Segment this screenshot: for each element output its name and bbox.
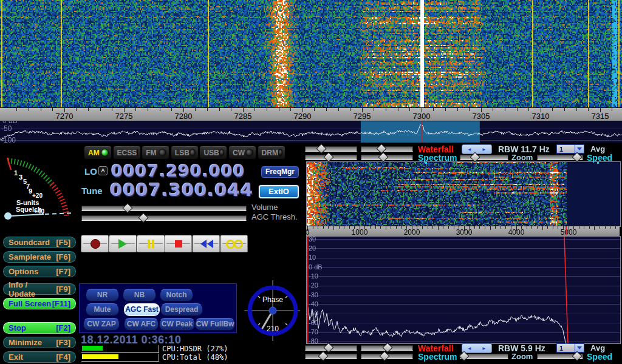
freqmgr-button[interactable]: FreqMgr	[261, 166, 299, 178]
rbw-step-buttons[interactable]: ◄►	[462, 144, 492, 154]
cpu-bar-fill	[82, 354, 118, 359]
rf-tick	[41, 108, 41, 111]
avg-select[interactable]: 1	[556, 144, 584, 153]
audio-db-label: -70	[309, 328, 318, 336]
dsp-button-despread[interactable]: Despread	[160, 303, 203, 316]
side-button-exit[interactable]: Exit[F4]	[2, 351, 77, 363]
controls_top-speed-slider[interactable]	[537, 153, 583, 160]
side-button-minimize[interactable]: Minimize[F3]	[2, 336, 77, 349]
controls_top-contrast-slider-1[interactable]	[305, 153, 357, 160]
controls_top-contrast-slider-2[interactable]	[361, 153, 413, 160]
rf-tick	[29, 108, 29, 111]
dsp-button-mute[interactable]: Mute	[86, 303, 119, 316]
stop-button[interactable]	[165, 235, 192, 252]
dsp-button-cw-zap[interactable]: CW ZAP	[83, 318, 120, 331]
rf-waterfall-display[interactable]	[0, 0, 622, 107]
dsp-button-nr[interactable]: NR	[86, 289, 119, 302]
mode-button-label: ECSS	[117, 149, 137, 157]
slider-thumb[interactable]	[378, 152, 389, 163]
rewind-button[interactable]	[193, 235, 220, 252]
rbw-step-buttons[interactable]: ◄►	[462, 343, 492, 353]
audio-spectrum-frame: 3020100 dB-10-20-30-40-50-60-70-80	[306, 236, 621, 344]
controls_top-zoom-slider[interactable]	[460, 153, 508, 160]
pause-button[interactable]	[137, 235, 165, 252]
audio-db-label: -30	[309, 291, 318, 299]
side-button-samplerate[interactable]: Samplerate[F6]	[2, 251, 77, 263]
rf-frequency-scale[interactable]: 7270727572807285729072957300730573107315	[0, 107, 622, 121]
side-button-full-screen[interactable]: Full Screen[F11]	[2, 297, 77, 310]
avg-select[interactable]: 1	[556, 343, 584, 352]
audio-scale-tick	[380, 226, 381, 229]
dsp-button-cw-afc[interactable]: CW AFC	[124, 318, 159, 331]
audio-scale-tick	[328, 226, 329, 229]
lo-mode-badge[interactable]: A	[98, 166, 108, 175]
slider-thumb[interactable]	[572, 152, 583, 163]
mode-button-fm[interactable]: FM	[142, 146, 169, 160]
slider-thumb[interactable]	[470, 152, 480, 163]
mode-button-drm[interactable]: DRM	[258, 146, 285, 160]
dsp-button-nb[interactable]: NB	[123, 289, 156, 302]
volume-slider[interactable]	[81, 204, 247, 211]
audio-spectrum-display[interactable]	[307, 237, 620, 343]
arrow-left-icon[interactable]: ◄	[467, 147, 472, 152]
controls_bottom-speed-slider[interactable]	[537, 352, 583, 359]
slider-track	[361, 146, 413, 152]
controls_top-pan-slider-2[interactable]	[361, 145, 413, 152]
dsp-button-cw-peak[interactable]: CW Peak	[159, 318, 195, 331]
rf-scale-label: 7300	[409, 112, 434, 121]
controls_bottom-contrast-slider-2[interactable]	[361, 352, 413, 359]
controls_bottom-contrast-slider-1[interactable]	[305, 352, 357, 359]
dsp-button-notch[interactable]: Notch	[160, 289, 193, 302]
rf-tick	[576, 108, 577, 111]
slider-thumb[interactable]	[316, 144, 327, 154]
audio-db-label: 0 dB	[309, 263, 323, 271]
lo-frequency-display[interactable]: 0007.290.000	[111, 161, 245, 180]
mode-button-cw[interactable]: CW	[228, 146, 256, 160]
arrow-right-icon[interactable]: ►	[482, 346, 487, 351]
dsp-button-cw-fullbw[interactable]: CW FullBw	[195, 318, 235, 331]
cpu-text: CPU:HDSDR (27%)	[162, 345, 228, 353]
mode-button-am[interactable]: AM	[84, 146, 112, 160]
mode-button-lsb[interactable]: LSB	[171, 146, 199, 160]
mini-db-label-100: -100	[1, 136, 16, 144]
slider-thumb[interactable]	[459, 351, 470, 362]
record-button[interactable]	[81, 235, 109, 252]
mode-button-ecss[interactable]: ECSS	[113, 146, 141, 160]
squelch-knob[interactable]	[4, 212, 12, 220]
chevron-down-icon[interactable]	[575, 344, 584, 352]
side-button-stop[interactable]: Stop[F2]	[2, 322, 77, 334]
controls_bottom-zoom-slider[interactable]	[460, 352, 508, 359]
slider-thumb[interactable]	[138, 213, 149, 223]
slider-thumb[interactable]	[324, 152, 334, 163]
chevron-down-icon[interactable]	[575, 145, 584, 153]
audio-waterfall-display[interactable]	[307, 162, 620, 226]
loop-button[interactable]	[220, 235, 248, 252]
slider-thumb[interactable]	[572, 351, 583, 362]
dsp-button-agc-fast[interactable]: AGC Fast	[124, 303, 160, 316]
volume-label: Volume	[251, 203, 278, 212]
rf-mini-spectrum[interactable]	[0, 120, 622, 143]
slider-thumb[interactable]	[324, 343, 334, 353]
controls_bottom-pan-slider-2[interactable]	[361, 344, 413, 351]
extio-button[interactable]: ExtIO	[259, 185, 299, 198]
rf-scale-label: 7315	[588, 112, 612, 121]
controls_top-pan-slider-1[interactable]	[305, 145, 357, 152]
slider-thumb[interactable]	[377, 144, 387, 154]
side-button-info-update[interactable]: Info / Update[F9]	[2, 283, 77, 295]
slider-thumb[interactable]	[380, 351, 390, 362]
audio-db-label: 10	[309, 254, 316, 261]
rf-tick	[517, 108, 518, 111]
agc-thresh-slider[interactable]	[81, 214, 247, 221]
play-button[interactable]	[109, 235, 137, 252]
slider-thumb[interactable]	[123, 203, 133, 214]
mode-button-usb[interactable]: USB	[199, 146, 227, 160]
rf-tick	[409, 108, 410, 111]
tune-frequency-display[interactable]: 0007.300.044	[110, 180, 253, 200]
side-button-soundcard[interactable]: Soundcard[F5]	[2, 236, 77, 249]
side-button-options[interactable]: Options[F7]	[2, 265, 77, 278]
rf-tick	[112, 108, 112, 111]
arrow-right-icon[interactable]: ►	[482, 147, 487, 152]
rf-tick	[445, 108, 446, 111]
arrow-left-icon[interactable]: ◄	[467, 346, 472, 351]
slider-thumb[interactable]	[318, 351, 329, 362]
